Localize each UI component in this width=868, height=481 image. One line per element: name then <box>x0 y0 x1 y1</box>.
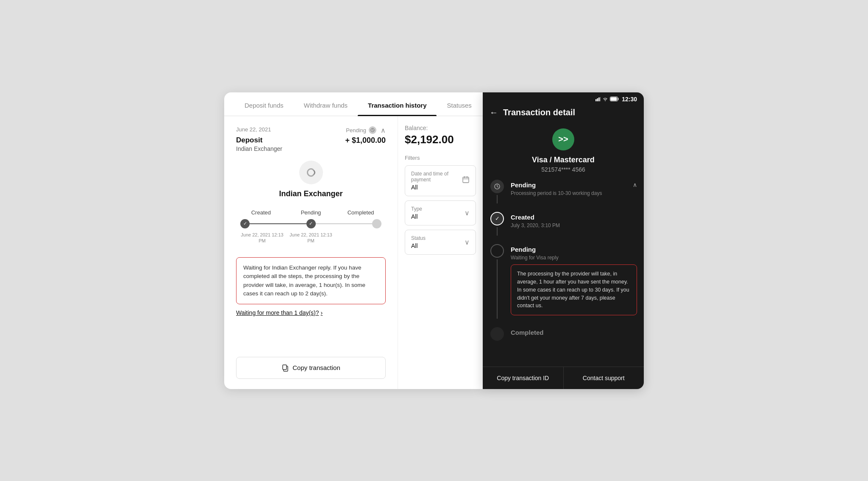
tab-transaction-history[interactable]: Transaction history <box>358 92 437 116</box>
balance-amount: $2,192.00 <box>405 133 476 146</box>
tl-pending-title: Pending <box>511 181 602 189</box>
type-filter-chevron: ∨ <box>465 209 470 217</box>
tl-circle-completed <box>490 327 504 341</box>
tl-expand-btn[interactable]: ∧ <box>633 181 637 188</box>
step-label-created: Created <box>236 209 286 216</box>
svg-line-18 <box>497 186 498 187</box>
svg-line-2 <box>373 130 373 131</box>
copy-transaction-button[interactable]: Copy transaction <box>236 357 386 379</box>
tx-status: Pending ∧ <box>346 126 386 134</box>
date-filter-label: Date and time of payment <box>411 171 462 183</box>
left-panel: Deposit funds Withdraw funds Transaction… <box>224 92 483 389</box>
mobile-warning-box: The processing by the provider will take… <box>511 264 637 315</box>
balance-label: Balance: <box>405 125 476 131</box>
tl-circle-created: ✓ <box>490 212 504 225</box>
tx-top-row: June 22, 2021 Pending ∧ <box>236 126 386 134</box>
steps-track: ✓ ✓ <box>236 219 386 228</box>
status-filter-value: All <box>411 242 426 249</box>
tl-left-completed <box>490 327 505 341</box>
tl-content-pending: Pending Processing period is 10-30 worki… <box>511 180 637 205</box>
tl-line-1 <box>497 195 498 203</box>
step-time-completed <box>335 232 384 244</box>
date-filter-icon <box>462 176 470 185</box>
card-icon-area: >> Visa / Mastercard 521574**** 4566 <box>483 124 644 180</box>
tl-line-2 <box>497 227 498 236</box>
tl-created-time: July 3, 2020, 3:10 PM <box>511 222 637 229</box>
date-filter[interactable]: Date and time of payment All <box>405 165 476 196</box>
tl-circle-pending <box>490 180 504 193</box>
step-circle-completed <box>372 219 381 228</box>
filters-panel: Balance: $2,192.00 Filters Date and time… <box>398 116 483 389</box>
tab-deposit[interactable]: Deposit funds <box>234 92 294 116</box>
tl-created-title: Created <box>511 214 637 221</box>
copy-icon <box>281 364 289 372</box>
waiting-link[interactable]: Waiting for more than 1 day(s)? › <box>236 309 386 316</box>
svg-rect-10 <box>597 98 598 101</box>
svg-rect-15 <box>611 97 617 101</box>
svg-rect-4 <box>283 365 287 370</box>
tab-withdraw[interactable]: Withdraw funds <box>294 92 358 116</box>
signal-icon <box>595 97 601 101</box>
contact-support-label: Contact support <box>583 375 625 381</box>
copy-id-label: Copy transaction ID <box>497 375 549 381</box>
back-button[interactable]: ← <box>490 108 498 117</box>
type-filter[interactable]: Type All ∨ <box>405 200 476 225</box>
tl-line-3 <box>497 259 498 319</box>
card-icon: >> <box>552 128 574 150</box>
status-text: Pending <box>346 127 366 133</box>
steps-labels: Created Pending Completed <box>236 209 386 216</box>
logo-area: Indian Exchanger <box>236 161 386 198</box>
svg-rect-11 <box>598 97 600 101</box>
status-bar: 12:30 <box>483 92 644 104</box>
tl-completed-title: Completed <box>511 329 637 336</box>
type-filter-label: Type <box>411 206 422 212</box>
mobile-panel: 12:30 ← Transaction detail >> Visa / Mas… <box>483 92 644 389</box>
contact-support-button[interactable]: Contact support <box>564 367 644 389</box>
svg-rect-9 <box>595 99 597 101</box>
status-icon <box>369 126 376 134</box>
battery-icon <box>610 97 619 101</box>
status-filter[interactable]: Status All ∨ <box>405 230 476 255</box>
transaction-detail-section: June 22, 2021 Pending ∧ <box>224 116 398 389</box>
tx-amount-row: Deposit Indian Exchanger + $1,000.00 <box>236 136 386 152</box>
timeline-item-created: ✓ Created July 3, 2020, 3:10 PM <box>490 212 637 237</box>
tx-date: June 22, 2021 <box>236 126 346 133</box>
card-number: 521574**** 4566 <box>541 166 585 173</box>
date-filter-content: Date and time of payment All <box>411 171 462 191</box>
tl-content-completed: Completed <box>511 327 637 341</box>
mobile-header: ← Transaction detail <box>483 104 644 124</box>
copy-button-label: Copy transaction <box>292 364 340 371</box>
type-filter-value: All <box>411 213 422 220</box>
collapse-btn[interactable]: ∧ <box>381 126 386 134</box>
tl-content-pending-empty: Pending Waiting for Visa reply The proce… <box>511 244 637 321</box>
step-label-completed: Completed <box>336 209 386 216</box>
tl-pending-subtitle: Processing period is 10-30 working days <box>511 190 602 197</box>
tx-title: Deposit <box>236 136 282 145</box>
step-time-created: June 22, 2021 12:13 PM <box>238 232 287 244</box>
tab-statuses[interactable]: Statuses <box>437 92 481 116</box>
status-bar-time: 12:30 <box>622 96 637 103</box>
waiting-link-text: Waiting for more than 1 day(s)? <box>236 309 319 316</box>
card-icon-text: >> <box>558 134 568 144</box>
tl-circle-pending-empty <box>490 244 504 258</box>
status-filter-content: Status All <box>411 235 426 249</box>
tx-provider: Indian Exchanger <box>236 145 282 152</box>
step-line-1 <box>250 223 306 224</box>
tl-pending-empty-title: Pending <box>511 246 637 253</box>
provider-name: Indian Exchanger <box>279 189 342 198</box>
tabs-bar: Deposit funds Withdraw funds Transaction… <box>224 92 483 116</box>
timeline-item-completed: Completed <box>490 327 637 341</box>
copy-transaction-id-button[interactable]: Copy transaction ID <box>483 367 564 389</box>
app-wrapper: Deposit funds Withdraw funds Transaction… <box>224 92 644 389</box>
svg-rect-12 <box>600 97 601 101</box>
mobile-timeline: Pending Processing period is 10-30 worki… <box>483 180 644 367</box>
step-time-pending: June 22, 2021 12:13 PM <box>287 232 335 244</box>
step-circle-pending: ✓ <box>306 219 316 228</box>
steps-container: Created Pending Completed ✓ ✓ June 22, 2… <box>236 209 386 244</box>
warning-box: Waiting for Indian Exchanger reply. If y… <box>236 257 386 304</box>
tl-left-created: ✓ <box>490 212 505 237</box>
status-filter-chevron: ∨ <box>465 238 470 246</box>
waiting-link-arrow: › <box>321 309 323 316</box>
mobile-warning-text: The processing by the provider will take… <box>517 271 629 309</box>
provider-logo <box>299 161 323 184</box>
